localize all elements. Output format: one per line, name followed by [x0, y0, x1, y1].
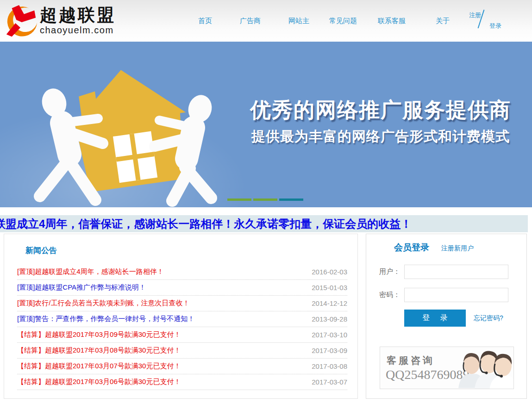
member-login-panel: 会员登录 注册新用户 用户： 密码： 登 录 忘记密码? 客服咨询 QQ2548…	[366, 234, 527, 399]
register-new-user-link[interactable]: 注册新用户	[441, 244, 474, 253]
username-label: 用户：	[379, 267, 404, 276]
logo-swoosh-icon	[3, 3, 39, 39]
announcement-marquee: 联盟成立4周年，信誉保证，感谢站长一路相伴！永久承诺零扣量，保证会员的收益！	[0, 215, 528, 232]
news-item-date: 2017-03-10	[312, 331, 347, 339]
news-item[interactable]: [置顶]警告：严查作弊，作弊会员一律封号，封号不通知！ 2013-09-28	[17, 311, 347, 327]
news-item-title[interactable]: 【结算】超越联盟2017年03月06号款满30元已支付！	[17, 378, 181, 386]
news-item-date: 2016-02-03	[312, 268, 347, 276]
password-label: 密码：	[379, 291, 404, 299]
login-panel-header: 会员登录 注册新用户	[394, 242, 474, 254]
news-item[interactable]: [置顶]超越联盟成立4周年，感谢站长一路相伴！ 2016-02-03	[17, 264, 347, 280]
news-panel: 新闻公告 [置顶]超越联盟成立4周年，感谢站长一路相伴！ 2016-02-03 …	[4, 234, 358, 399]
carousel-indicators	[227, 198, 305, 201]
username-row: 用户：	[379, 265, 508, 279]
logo-text: 超越联盟 chaoyuelm.com	[40, 6, 116, 36]
logo-title: 超越联盟	[40, 6, 116, 25]
carousel-indicator-2[interactable]	[253, 198, 277, 201]
news-item[interactable]: 【结算】超越联盟2017年03月07号款满30元已支付！ 2017-03-08	[17, 359, 347, 374]
news-list: [置顶]超越联盟成立4周年，感谢站长一路相伴！ 2016-02-03 [置顶]超…	[4, 264, 357, 390]
hero-banner: 优秀的网络推广服务提供商 提供最为丰富的网络广告形式和计费模式	[0, 42, 532, 207]
password-input[interactable]	[404, 288, 508, 302]
register-link[interactable]: 注册	[469, 11, 481, 19]
news-item-title[interactable]: [置顶]警告：严查作弊，作弊会员一律封号，封号不通知！	[17, 315, 194, 323]
news-item-title[interactable]: 【结算】超越联盟2017年03月07号款满30元已支付！	[17, 362, 181, 371]
auth-links: 注册 登录	[468, 0, 523, 42]
banner-text: 优秀的网络推广服务提供商 提供最为丰富的网络广告形式和计费模式	[231, 96, 531, 146]
site-logo[interactable]: 超越联盟 chaoyuelm.com	[3, 3, 116, 39]
news-item-date: 2017-03-08	[312, 362, 347, 370]
nav-item-contact-support[interactable]: 联系客服	[378, 17, 436, 25]
news-item-date: 2014-12-12	[312, 299, 347, 307]
logo-domain: chaoyuelm.com	[40, 25, 116, 36]
carousel-indicator-1[interactable]	[227, 198, 251, 201]
nav-item-webmasters[interactable]: 网站主	[288, 17, 329, 25]
news-item[interactable]: 【结算】超越联盟2017年03月09号款满30元已支付！ 2017-03-10	[17, 327, 347, 343]
news-item[interactable]: 【结算】超越联盟2017年03月06号款满30元已支付！ 2017-03-07	[17, 374, 347, 390]
nav-item-about[interactable]: 关于	[436, 17, 463, 25]
carousel-indicator-3[interactable]	[279, 198, 303, 201]
login-button[interactable]: 登 录	[404, 310, 466, 327]
news-item-date: 2015-01-03	[312, 284, 347, 291]
news-item-date: 2013-09-28	[312, 315, 347, 323]
site-header: 超越联盟 chaoyuelm.com 首页 广告商 网站主 常见问题 联系客服 …	[0, 0, 532, 42]
nav-item-faq[interactable]: 常见问题	[329, 17, 378, 25]
customer-service-title: 客服咨询	[387, 354, 435, 367]
login-link[interactable]: 登录	[489, 22, 501, 30]
news-item-title[interactable]: 【结算】超越联盟2017年03月09号款满30元已支付！	[17, 330, 181, 339]
news-item-title[interactable]: [置顶]超越联盟CPA推广作弊与标准说明！	[17, 283, 146, 292]
news-item-title[interactable]: 【结算】超越联盟2017年03月08号款满30元已支付！	[17, 346, 181, 355]
login-panel-title: 会员登录	[394, 242, 429, 254]
news-item-date: 2017-03-09	[312, 347, 347, 354]
news-item-title[interactable]: [置顶]农行/工行会员若当天款项未到账，注意次日查收！	[17, 299, 190, 308]
news-panel-title: 新闻公告	[25, 245, 357, 256]
username-input[interactable]	[404, 265, 508, 279]
main-nav: 首页 广告商 网站主 常见问题 联系客服 关于	[198, 17, 463, 25]
password-row: 密码：	[379, 288, 508, 302]
customer-service-card[interactable]: 客服咨询 QQ2548769089	[380, 347, 514, 389]
news-item[interactable]: [置顶]超越联盟CPA推广作弊与标准说明！ 2015-01-03	[17, 280, 347, 296]
news-item[interactable]: [置顶]农行/工行会员若当天款项未到账，注意次日查收！ 2014-12-12	[17, 296, 347, 311]
nav-item-home[interactable]: 首页	[198, 17, 240, 25]
house-carry-illustration	[32, 64, 227, 207]
news-item-title[interactable]: [置顶]超越联盟成立4周年，感谢站长一路相伴！	[17, 267, 164, 276]
news-item[interactable]: 【结算】超越联盟2017年03月08号款满30元已支付！ 2017-03-09	[17, 343, 347, 359]
support-agents-image	[453, 347, 513, 389]
announcement-text: 联盟成立4周年，信誉保证，感谢站长一路相伴！永久承诺零扣量，保证会员的收益！	[0, 215, 412, 232]
banner-headline: 优秀的网络推广服务提供商	[231, 96, 531, 124]
news-item-date: 2017-03-07	[312, 378, 347, 386]
nav-item-advertisers[interactable]: 广告商	[240, 17, 288, 25]
banner-subheadline: 提供最为丰富的网络广告形式和计费模式	[231, 127, 531, 146]
forgot-password-link[interactable]: 忘记密码?	[474, 314, 503, 322]
